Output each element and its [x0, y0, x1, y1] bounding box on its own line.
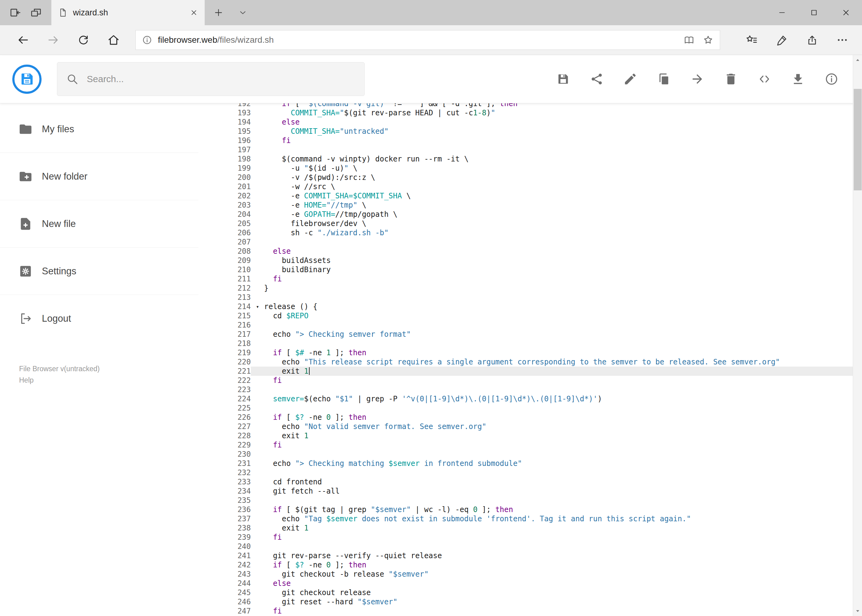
code-line-240[interactable]: 240 [225, 542, 853, 551]
code-line-230[interactable]: 230 [225, 449, 853, 459]
filebrowser-logo-icon[interactable] [12, 64, 41, 94]
code-line-223[interactable]: 223 [225, 385, 853, 394]
code-line-201[interactable]: 201 -w //src \ [225, 182, 853, 191]
code-line-222[interactable]: 222 fi [225, 376, 853, 385]
code-line-229[interactable]: 229 fi [225, 440, 853, 449]
code-line-210[interactable]: 210 buildBinary [225, 265, 853, 274]
code-line-194[interactable]: 194 else [225, 118, 853, 127]
code-line-195[interactable]: 195 COMMIT_SHA="untracked" [225, 127, 853, 136]
code-line-200[interactable]: 200 -v /$(pwd):/src:z \ [225, 173, 853, 182]
code-line-197[interactable]: 197 [225, 145, 853, 154]
code-line-234[interactable]: 234 git fetch --all [225, 487, 853, 496]
code-line-247[interactable]: 247 fi [225, 607, 853, 616]
code-line-245[interactable]: 245 git checkout release [225, 588, 853, 597]
code-line-192[interactable]: 192 if [ "$(command -v git)" != "" ] && … [225, 103, 853, 108]
edit-button[interactable] [623, 72, 637, 86]
info-button[interactable] [824, 72, 838, 86]
code-fold-icon[interactable]: ▾ [256, 302, 259, 311]
code-line-213[interactable]: 213 [225, 293, 853, 302]
search-bar[interactable] [57, 62, 365, 96]
url-field[interactable]: filebrowser.web/files/wizard.sh [136, 30, 720, 50]
tab-preview-chevron-icon[interactable] [232, 0, 254, 25]
code-line-216[interactable]: 216 [225, 321, 853, 330]
favorite-star-icon[interactable] [703, 35, 714, 46]
new-tab-button[interactable] [205, 0, 232, 25]
code-line-226[interactable]: 226 if [ $? -ne 0 ]; then [225, 413, 853, 422]
refresh-icon[interactable] [68, 34, 98, 46]
help-link[interactable]: Help [19, 375, 100, 386]
search-input[interactable] [87, 74, 356, 84]
sidebar-item-my-files[interactable]: My files [0, 105, 199, 153]
forward-icon[interactable] [38, 33, 68, 46]
tab-close-icon[interactable] [190, 9, 198, 17]
tab-wizard-sh[interactable]: wizard.sh [51, 0, 205, 25]
code-line-237[interactable]: 237 echo "Tag $semver does not exist in … [225, 514, 853, 523]
tabs-preview-icon[interactable] [30, 7, 42, 19]
move-button[interactable] [690, 72, 704, 86]
code-line-228[interactable]: 228 exit 1 [225, 431, 853, 440]
scroll-up-icon[interactable] [853, 55, 862, 66]
code-line-211[interactable]: 211 fi [225, 274, 853, 284]
window-close-icon[interactable] [830, 0, 862, 25]
code-line-246[interactable]: 246 git reset --hard "$semver" [225, 597, 853, 607]
code-line-238[interactable]: 238 exit 1 [225, 523, 853, 533]
code-line-236[interactable]: 236 if [ $(git tag | grep "$semver" | wc… [225, 505, 853, 514]
code-line-206[interactable]: 206 sh -c "./wizard.sh -b" [225, 228, 853, 237]
share-page-icon[interactable] [806, 34, 818, 46]
code-line-227[interactable]: 227 echo "Not valid semver format. See s… [225, 422, 853, 431]
more-ellipsis-icon[interactable] [836, 34, 848, 46]
sidebar-item-settings[interactable]: Settings [0, 248, 199, 295]
save-button[interactable] [556, 72, 570, 86]
sidebar-item-new-folder[interactable]: New folder [0, 153, 199, 200]
code-line-207[interactable]: 207 [225, 237, 853, 247]
code-mode-button[interactable] [757, 72, 772, 86]
code-line-231[interactable]: 231 echo "> Checking matching $semver in… [225, 459, 853, 468]
code-line-196[interactable]: 196 fi [225, 136, 853, 145]
code-line-244[interactable]: 244 else [225, 579, 853, 588]
code-line-209[interactable]: 209 buildAssets [225, 256, 853, 265]
code-line-205[interactable]: 205 filebrowser/dev \ [225, 219, 853, 228]
vertical-scrollbar[interactable] [853, 55, 862, 616]
code-line-241[interactable]: 241 git rev-parse --verify --quiet relea… [225, 551, 853, 560]
reading-view-icon[interactable] [684, 35, 695, 46]
home-icon[interactable] [98, 33, 129, 46]
back-icon[interactable] [8, 33, 38, 46]
code-line-208[interactable]: 208 else [225, 247, 853, 256]
code-line-242[interactable]: 242 if [ $? -ne 0 ]; then [225, 560, 853, 570]
copy-button[interactable] [657, 72, 671, 86]
code-line-198[interactable]: 198 $(command -v winpty) docker run --rm… [225, 154, 853, 163]
code-line-233[interactable]: 233 cd frontend [225, 477, 853, 487]
code-line-220[interactable]: 220 echo "This release script requires a… [225, 357, 853, 366]
sidebar-item-new-file[interactable]: New file [0, 200, 199, 248]
code-line-214[interactable]: 214▾release () { [225, 302, 853, 311]
scrollbar-thumb[interactable] [854, 89, 862, 190]
code-line-217[interactable]: 217 echo "> Checking semver format" [225, 330, 853, 339]
maximize-icon[interactable] [798, 0, 830, 25]
code-line-225[interactable]: 225 [225, 404, 853, 413]
code-line-218[interactable]: 218 [225, 339, 853, 348]
code-line-221[interactable]: 221 exit 1 [225, 366, 853, 376]
minimize-icon[interactable] [766, 0, 798, 25]
code-line-239[interactable]: 239 fi [225, 533, 853, 542]
code-line-199[interactable]: 199 -u "$(id -u)" \ [225, 163, 853, 173]
download-button[interactable] [791, 72, 805, 86]
code-line-204[interactable]: 204 -e GOPATH=//tmp/gopath \ [225, 210, 853, 219]
code-line-232[interactable]: 232 [225, 468, 853, 477]
code-line-224[interactable]: 224 semver=$(echo "$1" | grep -P '^v(0|[… [225, 394, 853, 404]
code-line-212[interactable]: 212} [225, 284, 853, 293]
set-tabs-aside-icon[interactable] [9, 7, 21, 19]
code-line-193[interactable]: 193 COMMIT_SHA="$(git rev-parse HEAD | c… [225, 108, 853, 118]
code-line-219[interactable]: 219 if [ $# -ne 1 ]; then [225, 348, 853, 357]
share-button[interactable] [589, 72, 604, 86]
delete-button[interactable] [724, 72, 738, 86]
code-line-243[interactable]: 243 git checkout -b release "$semver" [225, 570, 853, 579]
site-info-icon[interactable] [142, 35, 152, 45]
web-note-pen-icon[interactable] [776, 34, 788, 46]
scroll-down-icon[interactable] [853, 605, 862, 616]
favorites-hub-icon[interactable] [746, 34, 758, 46]
code-editor[interactable]: 192 if [ "$(command -v git)" != "" ] && … [225, 103, 853, 616]
code-line-202[interactable]: 202 -e COMMIT_SHA=$COMMIT_SHA \ [225, 191, 853, 201]
code-line-215[interactable]: 215 cd $REPO [225, 311, 853, 321]
code-line-235[interactable]: 235 [225, 496, 853, 505]
code-line-203[interactable]: 203 -e HOME="//tmp" \ [225, 201, 853, 210]
